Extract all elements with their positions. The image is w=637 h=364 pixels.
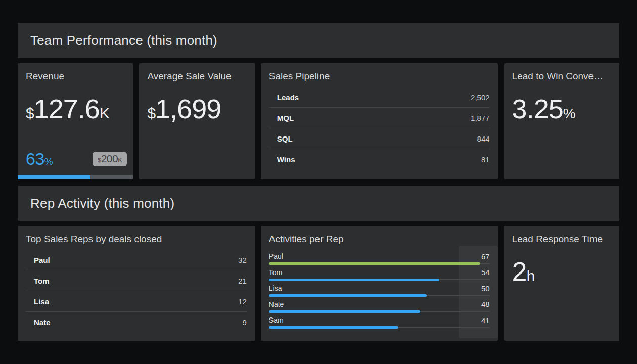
rep-activity-row: Top Sales Reps by deals closed Paul32Tom…	[18, 226, 619, 341]
currency-symbol: $	[26, 105, 34, 121]
goal-unit: K	[118, 156, 122, 164]
sales-pipeline-card: Sales Pipeline Leads2,502MQL1,877SQL844W…	[261, 63, 498, 179]
bar	[269, 310, 421, 313]
bar-label-row: Lisa50	[269, 284, 490, 293]
sales-pipeline-list: Leads2,502MQL1,877SQL844Wins81	[269, 87, 490, 169]
bar-row: Tom54	[269, 268, 490, 284]
goal-badge: $200K	[93, 152, 127, 166]
lead-response-value: 2h	[512, 256, 611, 287]
row-value: 12	[238, 297, 247, 306]
list-item: Lisa12	[26, 291, 247, 312]
bar-category-label: Sam	[269, 316, 284, 324]
list-item: Nate9	[26, 312, 247, 332]
kpi-number: 3.25	[512, 94, 563, 124]
average-sale-value-card: Average Sale Value $1,699	[139, 63, 254, 179]
bar-category-label: Nate	[269, 300, 284, 308]
widget-title: Average Sale Value	[147, 71, 246, 82]
progress-bar-track	[18, 175, 133, 179]
row-label: Lisa	[34, 297, 49, 306]
revenue-value: $127.6K	[26, 93, 125, 124]
bar-track	[269, 310, 490, 313]
activities-bar-chart: Paul67Tom54Lisa50Nate48Sam41	[269, 252, 490, 332]
bar-row: Sam41	[269, 315, 490, 332]
unit-suffix: K	[100, 105, 109, 121]
bar-category-label: Lisa	[269, 284, 282, 292]
row-value: 21	[238, 277, 247, 285]
lead-to-win-card: Lead to Win Conve… 3.25%	[504, 63, 619, 179]
goal-number: 200	[101, 153, 118, 164]
list-item: Leads2,502	[269, 87, 490, 108]
bar-value-label: 41	[481, 316, 490, 325]
list-item: MQL1,877	[269, 108, 490, 128]
lead-to-win-value: 3.25%	[512, 93, 611, 124]
widget-title: Revenue	[26, 71, 125, 82]
currency-symbol: $	[147, 105, 155, 121]
bar-value-label: 48	[481, 300, 490, 308]
row-value: 844	[477, 134, 490, 143]
row-value: 9	[242, 318, 246, 327]
row-label: Leads	[277, 93, 299, 102]
bar-row: Paul67	[269, 252, 490, 268]
bar	[269, 294, 427, 297]
widget-title: Lead Response Time	[512, 234, 611, 245]
bar	[269, 279, 439, 281]
bar-category-label: Tom	[269, 268, 282, 277]
bar	[269, 326, 398, 329]
revenue-card: Revenue $127.6K 63% $200K	[18, 63, 133, 179]
bar-row: Lisa50	[269, 284, 490, 300]
unit-suffix: h	[527, 267, 535, 284]
bar-label-row: Paul67	[269, 252, 490, 261]
bar-row: Nate48	[269, 300, 490, 316]
bar-label-row: Nate48	[269, 300, 490, 309]
unit-suffix: %	[563, 106, 575, 121]
progress-percent: 63%	[26, 149, 53, 169]
row-value: 1,877	[471, 114, 490, 122]
row-label: Tom	[34, 277, 50, 285]
row-value: 2,502	[471, 93, 490, 102]
bar-track	[269, 326, 490, 329]
bar-track	[269, 294, 490, 297]
list-item: Paul32	[26, 250, 247, 270]
row-label: Wins	[277, 155, 295, 164]
kpi-number: 2	[512, 256, 527, 287]
bar-value-label: 67	[481, 252, 490, 261]
bar-category-label: Paul	[269, 252, 283, 260]
progress-bar-fill	[18, 175, 90, 179]
top-sales-reps-card: Top Sales Reps by deals closed Paul32Tom…	[18, 226, 255, 341]
bar-label-row: Tom54	[269, 268, 490, 277]
team-performance-row: Revenue $127.6K 63% $200K Average Sale V…	[18, 63, 619, 179]
bar-value-label: 54	[481, 268, 490, 277]
section-header-team-performance: Team Performance (this month)	[18, 23, 619, 58]
list-item: Wins81	[269, 149, 490, 169]
section-title: Team Performance (this month)	[30, 33, 217, 49]
bar-value-label: 50	[481, 284, 490, 293]
bar	[269, 262, 480, 265]
activities-per-rep-card: Activities per Rep Paul67Tom54Lisa50Nate…	[261, 226, 498, 341]
kpi-number: 1,699	[155, 94, 221, 124]
bar-track	[269, 262, 490, 265]
widget-title: Sales Pipeline	[269, 71, 490, 82]
row-label: SQL	[277, 134, 293, 143]
widget-title: Activities per Rep	[269, 234, 490, 245]
row-label: Paul	[34, 256, 50, 264]
bar-track	[269, 279, 490, 281]
lead-response-time-card: Lead Response Time 2h	[504, 226, 619, 341]
list-item: Tom21	[26, 270, 247, 291]
row-label: MQL	[277, 114, 294, 122]
kpi-number: 127.6	[34, 94, 100, 124]
top-sales-reps-list: Paul32Tom21Lisa12Nate9	[26, 250, 247, 332]
list-item: SQL844	[269, 128, 490, 149]
section-title: Rep Activity (this month)	[30, 196, 174, 211]
dashboard: Team Performance (this month) Revenue $1…	[18, 23, 619, 347]
row-value: 81	[481, 155, 490, 164]
widget-title: Top Sales Reps by deals closed	[26, 234, 247, 245]
section-header-rep-activity: Rep Activity (this month)	[18, 186, 619, 221]
row-value: 32	[238, 256, 247, 264]
widget-title: Lead to Win Conve…	[512, 71, 611, 82]
revenue-footer: 63% $200K	[26, 149, 127, 169]
bar-label-row: Sam41	[269, 315, 490, 325]
average-sale-value: $1,699	[147, 93, 246, 124]
row-label: Nate	[34, 318, 51, 327]
goal-currency: $	[98, 156, 101, 164]
